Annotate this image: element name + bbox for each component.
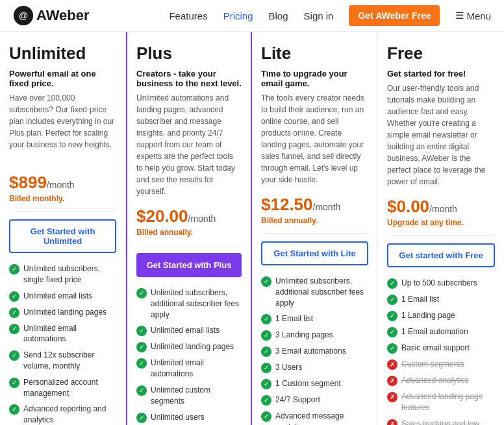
feature-item: ✓ 3 Landing pages [261,330,368,341]
check-icon: ✓ [136,413,147,423]
feature-item: ✗ Advanced analytics [387,375,495,386]
aweber-logo-icon: @ [13,5,34,26]
per-month: /month [47,180,75,190]
check-icon: ✓ [261,314,271,324]
per-month: /month [188,213,216,224]
cross-icon: ✗ [387,419,397,425]
plan-tagline: Creators - take your business to the nex… [136,69,242,88]
feature-text: Unlimited subscribers, additional subscr… [151,287,242,320]
plan-billed: Billed annually. [136,228,242,237]
feature-list-free: ✓ Up to 500 subscribers ✓ 1 Email list ✓… [387,278,495,425]
plan-description: The tools every creator needs to build t… [261,92,368,186]
feature-text: Unlimited users [151,412,205,423]
feature-text: Advanced landing page features [401,391,495,413]
plan-price: $899/month [9,173,116,193]
menu-label: Menu [466,10,491,21]
nav-blog[interactable]: Blog [269,10,288,21]
feature-item: ✓ 3 Users [261,362,368,373]
check-icon: ✓ [261,411,271,422]
feature-item: ✓ Unlimited email automations [9,323,116,345]
feature-item: ✓ Unlimited landing pages [9,307,116,318]
svg-text:@: @ [19,10,28,21]
check-icon: ✓ [136,342,147,352]
logo: @ AWeber [13,5,90,26]
feature-text: Unlimited subscribers, single fixed pric… [23,263,116,285]
nav-pricing[interactable]: Pricing [223,10,253,21]
feature-text: Unlimited landing pages [23,307,107,318]
plan-tagline: Get started for free! [387,69,495,79]
plan-cta-button-plus[interactable]: Get Started with Plus [136,253,242,277]
plan-cta-button-unlimited[interactable]: Get Started with Unlimited [9,219,116,253]
logo-text: AWeber [36,7,90,24]
check-icon: ✓ [387,278,397,289]
per-month: /month [313,202,341,212]
plan-description: Our user-friendly tools and tutorials ma… [387,82,495,188]
feature-item: ✓ 1 Landing page [387,310,495,321]
check-icon: ✓ [261,330,271,341]
feature-item: ✓ Unlimited email lists [136,325,242,336]
feature-item: ✓ Unlimited landing pages [136,341,242,352]
check-icon: ✓ [261,379,271,389]
feature-item: ✓ Unlimited subscribers, additional subs… [261,276,368,308]
plan-cta-button-free[interactable]: Get started with Free [387,243,495,267]
feature-text: 3 Landing pages [275,330,333,341]
plan-description: Unlimited automations and landing pages,… [136,92,242,197]
plan-tagline: Time to upgrade your email game. [261,69,368,88]
feature-list-plus: ✓ Unlimited subscribers, additional subs… [136,287,242,425]
feature-text: Sales tracking and low transaction fees [401,419,495,425]
feature-text: 24/7 Support [275,395,320,406]
plan-billed: Billed annually. [261,216,368,225]
plan-col-plus: Plus Creators - take your business to th… [126,32,252,425]
feature-item: ✓ Unlimited subscribers, additional subs… [136,287,242,320]
plan-description: Have over 100,000 subscribers? Our fixed… [9,92,116,164]
feature-item: ✓ 1 Custom segment [261,378,368,389]
feature-text: Custom segments [401,359,464,370]
check-icon: ✓ [387,295,397,305]
plan-name: Free [387,43,495,64]
nav-signin[interactable]: Sign in [304,10,334,21]
check-icon: ✓ [136,358,147,369]
check-icon: ✓ [136,288,147,298]
plan-name: Plus [136,43,242,64]
feature-text: Advanced reporting and analytics [23,404,116,425]
plan-price: $20.00/month [136,206,242,226]
feature-item: ✓ Advanced reporting and analytics [9,404,116,425]
check-icon: ✓ [387,311,397,321]
check-icon: ✓ [9,308,19,318]
check-icon: ✓ [261,346,271,357]
feature-text: Send 12x subscriber volume, monthly [23,350,116,372]
feature-item: ✓ Unlimited email lists [9,291,116,302]
feature-text: Unlimited email lists [151,325,220,336]
feature-text: Unlimited custom segments [151,385,242,407]
feature-text: Unlimited email lists [23,291,92,302]
plan-price: $0.00/month [387,197,495,217]
feature-item: ✓ Personalized account management [9,377,116,399]
feature-list-unlimited: ✓ Unlimited subscribers, single fixed pr… [9,263,116,425]
feature-item: ✓ 1 Email list [261,313,368,324]
check-icon: ✓ [9,378,19,388]
cross-icon: ✗ [387,359,397,370]
plan-cta-button-lite[interactable]: Get Started with Lite [261,241,368,265]
nav-features[interactable]: Features [169,10,207,21]
feature-item: ✓ Basic email support [387,343,495,354]
divider [387,235,495,236]
get-aweber-button[interactable]: Get AWeber Free [349,5,440,26]
feature-item: ✓ 1 Email automation [387,326,495,337]
feature-item: ✗ Advanced landing page features [387,391,495,413]
feature-text: Unlimited email automations [151,358,242,380]
menu-button[interactable]: ☰ Menu [455,10,491,21]
plan-billed: Upgrade at any time. [387,218,495,227]
plan-col-free: Free Get started for free! Our user-frie… [378,32,504,425]
feature-list-lite: ✓ Unlimited subscribers, additional subs… [261,276,368,425]
feature-text: Unlimited email automations [23,323,116,345]
feature-item: ✓ Unlimited email automations [136,358,242,380]
divider [136,245,242,245]
feature-item: ✗ Sales tracking and low transaction fee… [387,419,495,425]
per-month: /month [429,204,457,214]
feature-item: ✓ 1 Email list [387,294,495,305]
feature-text: Advanced message analytics [275,411,368,425]
feature-item: ✓ Unlimited custom segments [136,385,242,407]
hamburger-icon: ☰ [455,10,464,21]
divider [261,233,368,234]
check-icon: ✓ [261,395,271,406]
